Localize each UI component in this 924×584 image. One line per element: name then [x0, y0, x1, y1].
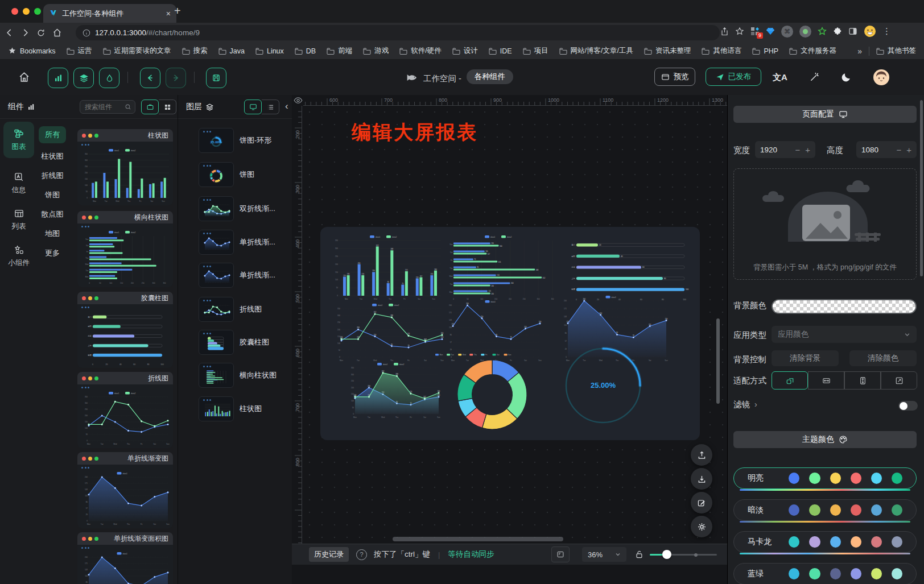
bookmark-folder[interactable]: 软件/硬件 [399, 46, 441, 56]
user-avatar[interactable] [873, 69, 890, 86]
theme-row-1[interactable]: 明亮 [733, 467, 917, 489]
layer-thumbnail[interactable] [199, 396, 234, 421]
bookmark-folder[interactable]: 搜索 [182, 46, 208, 56]
export-button[interactable] [691, 444, 712, 466]
layer-thumbnail[interactable] [199, 363, 234, 388]
width-stepper[interactable]: 1920 −+ [755, 141, 815, 158]
theme-color-dot[interactable] [809, 568, 820, 579]
component-search-input[interactable] [84, 102, 122, 111]
settings-gear-icon[interactable] [691, 516, 712, 537]
single-view-toggle[interactable] [141, 100, 159, 114]
layer-item-label[interactable]: 饼图-环形 [240, 135, 271, 146]
new-tab-button[interactable]: + [174, 5, 181, 18]
app-home-icon[interactable] [18, 71, 30, 83]
filter-toggle[interactable] [898, 401, 918, 411]
category-item[interactable]: 折线图 [35, 171, 69, 181]
category-item[interactable]: 柱状图 [35, 151, 69, 161]
theme-color-dot[interactable] [830, 568, 841, 579]
extension-tab-manager-icon[interactable]: 9 [750, 27, 760, 36]
layer-item-label[interactable]: 单折线渐... [240, 237, 275, 247]
canvas-text-note[interactable]: 编辑大屏报表 [352, 119, 478, 146]
fit-width-option[interactable] [808, 371, 844, 390]
preview-button[interactable]: 预览 [654, 68, 695, 86]
layer-item-label[interactable]: 双折线渐... [240, 204, 275, 214]
bg-color-swatch[interactable] [772, 299, 917, 314]
share-icon[interactable] [720, 27, 729, 36]
fit-scale-option[interactable] [772, 371, 808, 390]
bookmark-folder[interactable]: 文件服务器 [789, 46, 836, 56]
import-button[interactable] [691, 468, 712, 490]
theme-color-dot[interactable] [789, 504, 799, 516]
profile-avatar[interactable] [864, 25, 876, 38]
component-card[interactable]: 折线图050100150200250300350MonTueWedThuFriS… [77, 372, 173, 448]
theme-color-dot[interactable] [892, 568, 902, 579]
canvas-h-scrollbar[interactable] [393, 537, 563, 541]
clear-bg-button[interactable]: 清除背景 [772, 350, 839, 366]
canvas-widget-line[interactable]: 0501001502002503003501202001508070110130… [333, 302, 444, 362]
canvas-widget-pie[interactable]: MonTueWedThuFriSatSun [434, 352, 550, 432]
theme-color-dot[interactable] [892, 536, 902, 548]
theme-color-dot[interactable] [851, 504, 861, 516]
layer-item-label[interactable]: 单折线渐... [240, 270, 275, 280]
layer-thumbnail[interactable] [199, 330, 234, 355]
edit-button[interactable] [691, 492, 712, 513]
width-plus[interactable]: + [805, 145, 810, 155]
layer-thumbnail[interactable] [199, 196, 234, 221]
magic-wand-icon[interactable] [809, 72, 820, 82]
canvas-widget-area[interactable]: 0501001502002503003501202001508070110130… [346, 361, 441, 419]
theme-color-title[interactable]: 主题颜色 [733, 431, 917, 448]
theme-color-dot[interactable] [851, 568, 861, 579]
canvas-grid[interactable]: 编辑大屏报表 050100150200250300350120130Mon200… [303, 106, 727, 544]
canvas-area[interactable]: 6007008009001000110012001300 20030040050… [292, 95, 727, 584]
component-card[interactable]: 单折线渐变面积图0295786114143171200MonTueWedThuF… [77, 532, 173, 584]
page-config-title[interactable]: 页面配置 [733, 106, 917, 123]
layer-item-label[interactable]: 柱状图 [240, 404, 262, 414]
project-name-pill[interactable]: 各种组件 [467, 69, 513, 84]
bookmark-folder[interactable]: 设计 [452, 46, 478, 56]
layer-thumbnail[interactable]: 25.00% [199, 128, 234, 153]
sidebar-nav-3[interactable]: 列表 [3, 204, 34, 235]
visibility-eye-icon[interactable] [294, 97, 303, 104]
tab-close-icon[interactable]: × [166, 9, 171, 18]
sidebar-nav-2[interactable]: 信息 [3, 167, 34, 199]
browser-forward-icon[interactable] [20, 28, 36, 38]
bookmark-folder[interactable]: DB [295, 47, 316, 55]
history-button[interactable]: 历史记录 [309, 547, 349, 562]
canvas-widget-hbar[interactable]: 050100150200250300350120130Mon200130Tue1… [444, 234, 558, 301]
theme-color-dot[interactable] [789, 473, 799, 484]
background-upload-area[interactable]: 背景图需小于 5M ，格式为 png/jpg/gif 的文件 [733, 168, 917, 280]
theme-color-dot[interactable] [871, 473, 882, 484]
component-card[interactable]: 横向柱状图050100150200250300350MonTueWedThuFr… [77, 211, 173, 287]
theme-color-dot[interactable] [871, 568, 882, 579]
component-card[interactable]: 单折线渐变图0295786114143171200MonTueWedThuFri… [77, 452, 173, 528]
category-item[interactable]: 饼图 [35, 190, 69, 200]
theme-color-dot[interactable] [892, 473, 902, 484]
layer-list-view-toggle[interactable] [262, 100, 279, 114]
extension-record-icon[interactable] [799, 26, 811, 38]
browser-back-icon[interactable] [5, 28, 20, 38]
theme-color-dot[interactable] [789, 536, 799, 548]
width-minus[interactable]: − [795, 145, 800, 155]
theme-color-dot[interactable] [871, 504, 882, 516]
redo-button[interactable] [166, 68, 186, 88]
other-bookmarks[interactable]: 其他书签 [876, 46, 916, 56]
browser-tab[interactable]: 工作空间-各种组件 × [43, 4, 176, 23]
canvas-widget-capsule[interactable]: 厦门20南阳40北京60上海80新疆100020406080100 [564, 237, 692, 301]
address-bar[interactable]: 127.0.0.1:3000/#/chart/home/9 [76, 25, 720, 40]
bookmarks-overflow-icon[interactable]: » [857, 47, 862, 56]
canvas-v-scrollbar[interactable] [716, 318, 720, 404]
window-zoom-button[interactable] [34, 8, 41, 15]
bookmark-folder[interactable]: 游戏 [363, 46, 389, 56]
extension-cmd-icon[interactable]: ⌘ [781, 26, 793, 38]
zoom-slider[interactable] [650, 550, 717, 559]
browser-reload-icon[interactable] [36, 28, 52, 38]
sidebar-nav-1[interactable]: 图表 [3, 122, 34, 158]
filter-mode-button[interactable] [99, 68, 119, 88]
bookmark-star-icon[interactable] [735, 27, 744, 36]
layer-item-label[interactable]: 胶囊柱图 [240, 337, 269, 347]
component-card[interactable]: 柱状图050100150200250300350MonTueWedThuFriS… [77, 129, 173, 205]
translate-icon[interactable]: 文A [773, 72, 787, 83]
fit-height-option[interactable] [844, 371, 881, 390]
layers-mode-button[interactable] [73, 68, 94, 88]
theme-color-dot[interactable] [871, 536, 882, 548]
